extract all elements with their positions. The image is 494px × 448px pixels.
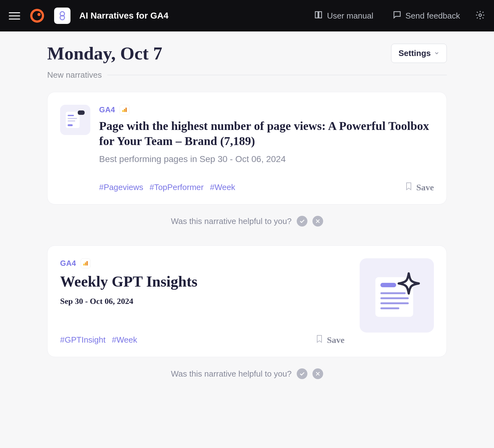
settings-button-label: Settings bbox=[398, 48, 431, 58]
svg-point-5 bbox=[479, 14, 481, 16]
card-illustration bbox=[360, 258, 434, 333]
helpful-prompt: Was this narrative helpful to you? bbox=[47, 216, 447, 227]
tag[interactable]: #Pageviews bbox=[99, 182, 143, 192]
card-title: Page with the highest number of page vie… bbox=[99, 119, 434, 148]
card-title: Weekly GPT Insights bbox=[60, 272, 345, 291]
svg-rect-14 bbox=[126, 108, 127, 112]
svg-rect-17 bbox=[87, 261, 88, 266]
main-content: Monday, Oct 7 Settings New narratives bbox=[0, 31, 494, 401]
svg-point-1 bbox=[32, 11, 42, 20]
bookmark-icon bbox=[405, 182, 413, 193]
helpful-prompt-text: Was this narrative helpful to you? bbox=[171, 369, 291, 379]
helpful-no-button[interactable] bbox=[312, 368, 323, 379]
app-header: AI Narratives for GA4 User manual Send f… bbox=[0, 0, 494, 31]
tag-list: #Pageviews #TopPerformer #Week bbox=[99, 182, 235, 192]
user-manual-label: User manual bbox=[327, 11, 373, 21]
svg-rect-8 bbox=[68, 118, 77, 119]
page-title: Monday, Oct 7 bbox=[47, 43, 162, 64]
bookmark-icon bbox=[316, 334, 323, 345]
svg-rect-15 bbox=[83, 264, 85, 266]
divider bbox=[107, 75, 447, 75]
helpful-no-button[interactable] bbox=[312, 216, 323, 227]
user-manual-link[interactable]: User manual bbox=[314, 10, 373, 22]
svg-rect-9 bbox=[68, 120, 75, 121]
send-feedback-label: Send feedback bbox=[406, 11, 460, 21]
svg-rect-20 bbox=[380, 292, 406, 294]
helpful-yes-button[interactable] bbox=[297, 216, 307, 227]
tag[interactable]: #Week bbox=[210, 182, 235, 192]
tag-list: #GPTInsight #Week bbox=[60, 335, 137, 345]
svg-rect-22 bbox=[380, 302, 409, 304]
svg-rect-10 bbox=[68, 124, 73, 126]
save-button[interactable]: Save bbox=[405, 182, 434, 193]
chevron-down-icon bbox=[434, 48, 440, 58]
card-thumbnail bbox=[60, 105, 90, 135]
save-label: Save bbox=[416, 182, 434, 193]
save-label: Save bbox=[327, 335, 345, 345]
source-label: GA4 bbox=[99, 105, 115, 114]
svg-rect-21 bbox=[380, 297, 409, 299]
svg-point-2 bbox=[37, 13, 41, 16]
menu-button[interactable] bbox=[9, 10, 20, 21]
source-label: GA4 bbox=[60, 259, 76, 268]
app-title: AI Narratives for GA4 bbox=[79, 11, 168, 21]
svg-rect-12 bbox=[122, 110, 124, 112]
send-feedback-link[interactable]: Send feedback bbox=[392, 10, 460, 22]
tag[interactable]: #TopPerformer bbox=[149, 182, 204, 192]
chat-icon bbox=[392, 10, 402, 22]
card-subtitle: Best performing pages in Sep 30 - Oct 06… bbox=[99, 154, 434, 164]
helpful-prompt-text: Was this narrative helpful to you? bbox=[171, 216, 291, 226]
narrative-card[interactable]: GA4 Page with the highest number of page… bbox=[47, 92, 447, 204]
analytics-icon bbox=[81, 258, 91, 268]
narrative-card[interactable]: GA4 Weekly GPT Insights Sep 30 - Oct 06,… bbox=[47, 245, 447, 357]
analytics-icon bbox=[120, 105, 130, 115]
svg-rect-23 bbox=[380, 307, 399, 309]
brand-logo-icon[interactable] bbox=[29, 8, 45, 24]
save-button[interactable]: Save bbox=[316, 334, 345, 345]
section-label: New narratives bbox=[47, 70, 102, 80]
helpful-yes-button[interactable] bbox=[297, 368, 307, 379]
card-date: Sep 30 - Oct 06, 2024 bbox=[60, 297, 345, 306]
svg-rect-13 bbox=[124, 109, 125, 112]
settings-gear-icon[interactable] bbox=[475, 10, 485, 21]
tag[interactable]: #Week bbox=[112, 335, 137, 345]
book-icon bbox=[314, 10, 323, 22]
helpful-prompt: Was this narrative helpful to you? bbox=[47, 368, 447, 379]
svg-rect-11 bbox=[78, 110, 85, 115]
svg-rect-16 bbox=[85, 262, 86, 266]
tag[interactable]: #GPTInsight bbox=[60, 335, 106, 345]
app-logo-icon bbox=[54, 8, 70, 24]
settings-button[interactable]: Settings bbox=[391, 44, 447, 63]
svg-rect-19 bbox=[380, 283, 396, 287]
svg-rect-7 bbox=[68, 115, 74, 116]
